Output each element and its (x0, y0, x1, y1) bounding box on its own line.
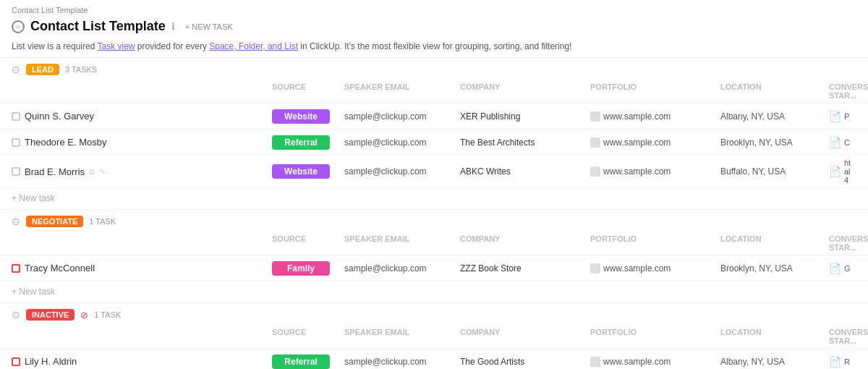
edit-icon[interactable]: ✎ (99, 167, 106, 177)
new-task-link[interactable]: + New task (12, 287, 55, 297)
location-cell: Brooklyn, NY, USA (720, 137, 829, 148)
email-cell: sample@clickup.com (344, 166, 460, 177)
col-5: CONVERSATION STAR... (829, 328, 868, 345)
portfolio-url[interactable]: www.sample.com (603, 111, 671, 122)
source-badge: Referral (272, 135, 330, 150)
col-1: SPEAKER EMAIL (344, 328, 460, 345)
location-cell: Buffalo, NY, USA (720, 166, 829, 177)
task-checkbox[interactable] (12, 112, 20, 121)
company-cell: ZZZ Book Store (460, 263, 590, 273)
task-row: Brad E. Morris ⧉✎ Website sample@clickup… (0, 156, 868, 188)
portfolio-thumb (590, 263, 600, 273)
conv-cell: 📄 G (829, 263, 856, 274)
task-checkbox[interactable] (12, 264, 20, 273)
company-cell: XER Publishing (460, 111, 590, 122)
document-icon: 📄 (829, 111, 841, 122)
task-checkbox[interactable] (12, 357, 20, 366)
portfolio-cell: www.sample.com (590, 263, 720, 273)
space-folder-list-link[interactable]: Space, Folder, and List (209, 41, 298, 51)
col-0: SOURCE (272, 328, 344, 345)
task-row: Tracy McConnell Family sample@clickup.co… (0, 255, 868, 281)
portfolio-cell: www.sample.com (590, 137, 720, 148)
info-icon[interactable]: ℹ (171, 21, 175, 32)
table-container: ⊙ LEAD 3 TASKS SOURCESPEAKER EMAILCOMPAN… (0, 58, 868, 369)
copy-icon[interactable]: ⧉ (89, 167, 95, 177)
conv-cell: 📄 P (829, 111, 856, 122)
portfolio-url[interactable]: www.sample.com (603, 137, 671, 148)
task-checkbox[interactable] (12, 138, 20, 147)
col-4: LOCATION (720, 234, 829, 252)
col-4: LOCATION (720, 82, 829, 100)
conv-cell: 📄 ht al 4 (829, 158, 856, 184)
col-name (12, 234, 272, 252)
portfolio-url[interactable]: www.sample.com (603, 357, 671, 367)
email-cell: sample@clickup.com (344, 111, 460, 122)
task-row: Quinn S. Garvey Website sample@clickup.c… (0, 103, 868, 130)
new-task-button[interactable]: + NEW TASK (181, 21, 237, 33)
location-cell: Albany, NY, USA (720, 357, 829, 367)
header-icon: ○ (12, 20, 25, 33)
task-name-cell: Brad E. Morris ⧉✎ (12, 166, 272, 177)
portfolio-thumb (590, 137, 600, 148)
task-name-cell: Theodore E. Mosby (12, 137, 272, 148)
document-icon: 📄 (829, 137, 841, 148)
col-name (12, 82, 272, 100)
portfolio-thumb (590, 166, 600, 177)
col-2: COMPANY (460, 328, 590, 345)
conv-extra: ht al 4 (844, 158, 856, 184)
col-3: PORTFOLIO (590, 82, 720, 100)
portfolio-url[interactable]: www.sample.com (603, 166, 671, 177)
task-name[interactable]: Quinn S. Garvey (25, 111, 94, 122)
conv-extra: R (844, 357, 850, 366)
source-cell: Referral (272, 135, 344, 150)
group-inactive: ⊙ INACTIVE ⊘ 1 TASK SOURCESPEAKER EMAILC… (0, 303, 868, 369)
email-cell: sample@clickup.com (344, 263, 460, 273)
group-toggle-lead[interactable]: ⊙ (12, 64, 20, 75)
location-cell: Albany, NY, USA (720, 111, 829, 122)
conv-extra: P (844, 112, 849, 121)
conv-cell: 📄 R (829, 356, 856, 368)
group-lead: ⊙ LEAD 3 TASKS SOURCESPEAKER EMAILCOMPAN… (0, 58, 868, 210)
group-badge-lead: LEAD (26, 64, 59, 75)
page-header: ○ Contact List Template ℹ + NEW TASK (0, 16, 868, 38)
task-name[interactable]: Theodore E. Mosby (25, 137, 106, 148)
source-badge: Website (272, 164, 330, 179)
portfolio-thumb (590, 357, 600, 367)
task-checkbox[interactable] (12, 167, 20, 176)
task-row: Lily H. Aldrin Referral sample@clickup.c… (0, 349, 868, 369)
group-toggle-negotiate[interactable]: ⊙ (12, 216, 20, 227)
task-name[interactable]: Lily H. Aldrin (25, 356, 77, 367)
source-badge: Website (272, 109, 330, 124)
new-task-link[interactable]: + New task (12, 193, 55, 203)
task-name-cell: Tracy McConnell (12, 263, 272, 273)
group-toggle-inactive[interactable]: ⊙ (12, 309, 20, 321)
task-row: Theodore E. Mosby Referral sample@clicku… (0, 130, 868, 156)
source-cell: Referral (272, 355, 344, 369)
col-3: PORTFOLIO (590, 234, 720, 252)
col-0: SOURCE (272, 234, 344, 252)
group-badge-negotiate: NEGOTIATE (26, 216, 83, 227)
document-icon: 📄 (829, 356, 841, 368)
col-3: PORTFOLIO (590, 328, 720, 345)
col-1: SPEAKER EMAIL (344, 82, 460, 100)
source-cell: Website (272, 164, 344, 179)
conv-extra: G (844, 264, 851, 273)
portfolio-url[interactable]: www.sample.com (603, 263, 671, 273)
task-name-cell: Quinn S. Garvey (12, 111, 272, 122)
location-cell: Brooklyn, NY, USA (720, 263, 829, 273)
col-0: SOURCE (272, 82, 344, 100)
company-cell: The Good Artists (460, 357, 590, 367)
portfolio-cell: www.sample.com (590, 166, 720, 177)
breadcrumb: Contact List Template (0, 0, 868, 16)
col-2: COMPANY (460, 82, 590, 100)
col-name (12, 328, 272, 345)
conv-extra: C (844, 138, 850, 147)
source-badge: Referral (272, 355, 330, 369)
email-cell: sample@clickup.com (344, 137, 460, 148)
task-name[interactable]: Tracy McConnell (25, 263, 95, 273)
task-name[interactable]: Brad E. Morris (25, 166, 85, 177)
source-cell: Website (272, 109, 344, 124)
source-cell: Family (272, 261, 344, 276)
task-view-link[interactable]: Task view (98, 41, 135, 51)
portfolio-cell: www.sample.com (590, 357, 720, 367)
